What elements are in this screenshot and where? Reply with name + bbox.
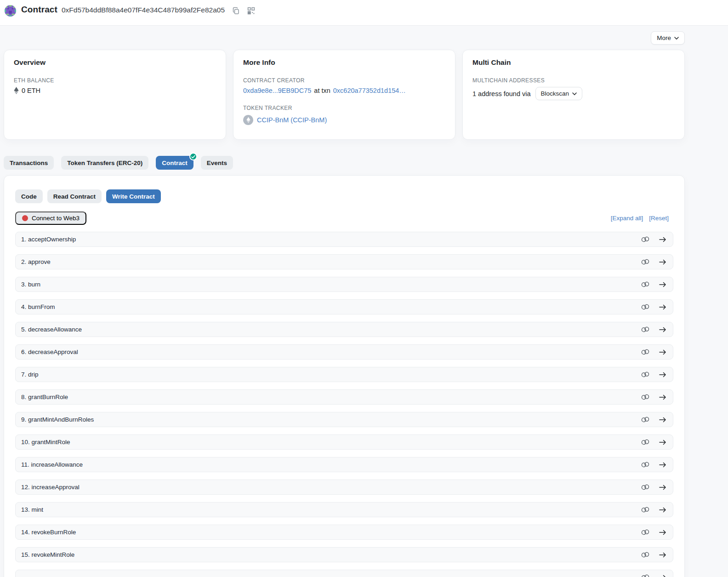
write-function-list: 1. acceptOwnership 2. approve xyxy=(15,232,673,577)
open-function-arrow-icon[interactable] xyxy=(659,372,666,377)
open-function-arrow-icon[interactable] xyxy=(659,530,666,535)
verified-check-icon xyxy=(189,153,197,160)
open-function-arrow-icon[interactable] xyxy=(659,417,666,423)
function-label: 14. revokeBurnRole xyxy=(21,529,76,536)
permalink-icon[interactable] xyxy=(641,236,649,242)
function-row[interactable]: 4. burnFrom xyxy=(15,299,673,314)
reset-link[interactable]: [Reset] xyxy=(649,215,669,222)
creator-address-link[interactable]: 0xda9e8e...9EB9DC75 xyxy=(243,87,311,94)
permalink-icon[interactable] xyxy=(641,371,649,377)
open-function-arrow-icon[interactable] xyxy=(659,304,666,310)
function-label: 13. mint xyxy=(21,506,43,513)
qr-code-icon[interactable] xyxy=(247,7,255,15)
at-txn-text: at txn xyxy=(314,87,330,94)
permalink-icon[interactable] xyxy=(641,281,649,287)
function-label: 9. grantMintAndBurnRoles xyxy=(21,416,94,423)
subtab-write-contract[interactable]: Write Contract xyxy=(106,189,161,203)
permalink-icon[interactable] xyxy=(641,552,649,558)
open-function-arrow-icon[interactable] xyxy=(659,349,666,355)
page-header: Contract 0xFd57b4ddBf88a4e07fF4e34C487b9… xyxy=(0,0,728,26)
open-function-arrow-icon[interactable] xyxy=(659,259,666,265)
creation-txn-link[interactable]: 0xc620a77352d1d154… xyxy=(333,87,406,94)
function-row[interactable]: 3. burn xyxy=(15,277,673,292)
overview-card: Overview ETH BALANCE 0 ETH xyxy=(4,50,226,140)
open-function-arrow-icon[interactable] xyxy=(659,507,666,513)
function-row[interactable]: 11. increaseAllowance xyxy=(15,457,673,472)
blockscan-dropdown-label: Blockscan xyxy=(541,90,569,97)
tab-transactions[interactable]: Transactions xyxy=(4,156,54,170)
permalink-icon[interactable] xyxy=(641,507,649,513)
function-label: 15. revokeMintRole xyxy=(21,551,74,558)
function-row[interactable]: 10. grantMintRole xyxy=(15,434,673,450)
function-row[interactable]: 1. acceptOwnership xyxy=(15,232,673,247)
permalink-icon[interactable] xyxy=(641,259,649,265)
open-function-arrow-icon[interactable] xyxy=(659,575,666,577)
permalink-icon[interactable] xyxy=(641,484,649,490)
tab-events[interactable]: Events xyxy=(201,156,233,170)
token-tracker-link[interactable]: CCIP-BnM (CCIP-BnM) xyxy=(257,116,327,124)
function-label: 12. increaseApproval xyxy=(21,484,80,491)
function-row[interactable]: 2. approve xyxy=(15,254,673,269)
permalink-icon[interactable] xyxy=(641,574,649,577)
contract-panel: Code Read Contract Write Contract Connec… xyxy=(4,175,685,577)
open-function-arrow-icon[interactable] xyxy=(659,394,666,400)
contract-address: 0xFd57b4ddBf88a4e07fF4e34C487b99af2Fe82a… xyxy=(62,6,225,14)
open-function-arrow-icon[interactable] xyxy=(659,552,666,558)
permalink-icon[interactable] xyxy=(641,417,649,423)
function-row[interactable]: 8. grantBurnRole xyxy=(15,389,673,405)
function-row[interactable]: 14. revokeBurnRole xyxy=(15,525,673,540)
function-label: 3. burn xyxy=(21,281,40,288)
contract-creator-label: CONTRACT CREATOR xyxy=(243,77,445,84)
function-row[interactable]: 9. grantMintAndBurnRoles xyxy=(15,412,673,427)
permalink-icon[interactable] xyxy=(641,349,649,355)
chevron-down-icon xyxy=(674,37,679,40)
open-function-arrow-icon[interactable] xyxy=(659,282,666,287)
permalink-icon[interactable] xyxy=(641,326,649,332)
tab-token-transfers[interactable]: Token Transfers (ERC-20) xyxy=(61,156,148,170)
more-button-label: More xyxy=(657,34,671,41)
ethereum-icon xyxy=(14,87,19,94)
open-function-arrow-icon[interactable] xyxy=(659,440,666,445)
permalink-icon[interactable] xyxy=(641,304,649,310)
open-function-arrow-icon[interactable] xyxy=(659,462,666,468)
more-button[interactable]: More xyxy=(651,31,685,45)
subtab-code[interactable]: Code xyxy=(15,189,43,203)
function-row-partial[interactable] xyxy=(15,570,673,577)
token-tracker-label: TOKEN TRACKER xyxy=(243,105,445,111)
address-tabs: Transactions Token Transfers (ERC-20) Co… xyxy=(4,156,685,170)
function-label: 6. decreaseApproval xyxy=(21,348,78,355)
toolbar-row: More xyxy=(4,31,685,45)
more-info-card-title: More Info xyxy=(243,58,445,67)
function-row[interactable]: 13. mint xyxy=(15,502,673,517)
blockscan-dropdown[interactable]: Blockscan xyxy=(535,87,583,100)
function-row[interactable]: 15. revokeMintRole xyxy=(15,547,673,562)
permalink-icon[interactable] xyxy=(641,439,649,445)
function-label: 7. drip xyxy=(21,371,39,378)
copy-address-icon[interactable] xyxy=(232,7,240,15)
function-label: 5. decreaseAllowance xyxy=(21,326,82,333)
function-row[interactable]: 12. increaseApproval xyxy=(15,480,673,495)
permalink-icon[interactable] xyxy=(641,529,649,535)
function-label: 4. burnFrom xyxy=(21,303,55,310)
function-row[interactable]: 5. decreaseAllowance xyxy=(15,322,673,337)
multichain-card: Multi Chain MULTICHAIN ADDRESSES 1 addre… xyxy=(462,50,685,140)
eth-balance-value: 0 ETH xyxy=(22,87,40,94)
permalink-icon[interactable] xyxy=(641,462,649,468)
permalink-icon[interactable] xyxy=(641,394,649,400)
expand-all-link[interactable]: [Expand all] xyxy=(611,215,643,222)
function-label: 2. approve xyxy=(21,258,51,265)
subtab-read-contract[interactable]: Read Contract xyxy=(47,189,102,203)
function-row[interactable]: 6. decreaseApproval xyxy=(15,344,673,360)
function-row[interactable]: 7. drip xyxy=(15,367,673,382)
chevron-down-icon xyxy=(572,92,577,95)
page-title: Contract xyxy=(21,5,57,15)
open-function-arrow-icon[interactable] xyxy=(659,485,666,490)
function-label: 10. grantMintRole xyxy=(21,439,70,446)
tab-contract[interactable]: Contract xyxy=(156,156,193,170)
more-info-card: More Info CONTRACT CREATOR 0xda9e8e...9E… xyxy=(233,50,455,140)
connect-to-web3-button[interactable]: Connect to Web3 xyxy=(15,211,86,225)
multichain-addresses-label: MULTICHAIN ADDRESSES xyxy=(472,77,675,84)
open-function-arrow-icon[interactable] xyxy=(659,327,666,332)
open-function-arrow-icon[interactable] xyxy=(659,237,666,242)
contract-subtabs: Code Read Contract Write Contract xyxy=(15,189,673,203)
